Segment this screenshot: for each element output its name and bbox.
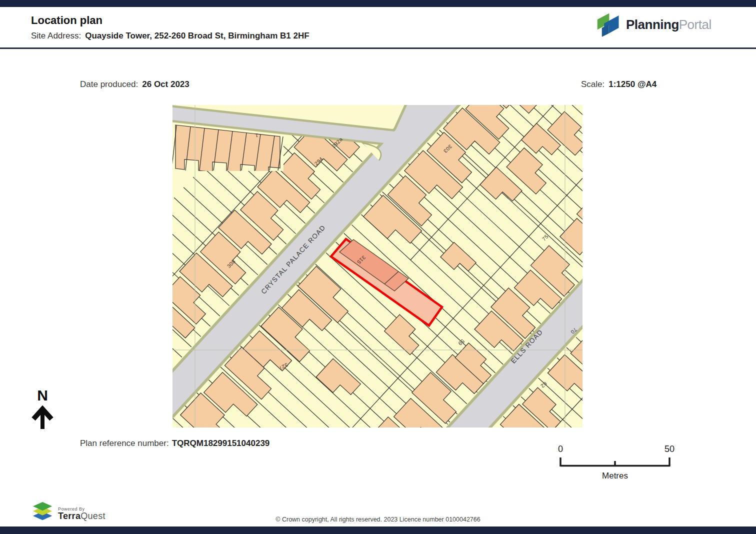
location-plan-page: Location plan Site Address:Quayside Towe… [0, 0, 756, 534]
scale-value: 1:1250 @A4 [608, 80, 656, 89]
parcel-number-label: 1 [255, 132, 258, 138]
copyright-notice: © Crown copyright, All rights reserved. … [0, 516, 756, 523]
north-arrow-icon [28, 403, 57, 431]
location-map: CRYSTAL PALACE ROADELLS ROAD1292a2943033… [172, 105, 582, 428]
top-navy-bar [0, 0, 756, 7]
plan-reference-value: TQRQM18299151040239 [172, 438, 270, 448]
scale-bar-end: 50 [662, 444, 677, 454]
header-divider [0, 48, 756, 49]
north-label: N [28, 388, 57, 403]
date-value: 26 Oct 2023 [142, 80, 190, 89]
planning-portal-logo-text: PlanningPortal [626, 17, 712, 32]
logo-text-portal: Portal [679, 17, 712, 32]
scale-bar-bracket [548, 456, 682, 469]
date-label: Date produced: [80, 80, 138, 89]
north-indicator: N [28, 388, 57, 434]
page-title: Location plan [31, 14, 102, 27]
site-address-label: Site Address: [31, 31, 81, 40]
date-produced: Date produced:26 Oct 2023 [80, 80, 190, 90]
plan-reference-label: Plan reference number: [80, 438, 169, 448]
plan-reference: Plan reference number:TQRQM1829915104023… [80, 438, 270, 448]
map-scale: Scale:1:1250 @A4 [581, 80, 656, 90]
scale-label: Scale: [581, 80, 604, 89]
planning-portal-logo-icon [594, 11, 621, 38]
site-address-line: Site Address:Quayside Tower, 252-260 Bro… [31, 31, 310, 41]
map-canvas: CRYSTAL PALACE ROADELLS ROAD1292a2943033… [172, 105, 582, 428]
logo-text-planning: Planning [626, 17, 679, 32]
planning-portal-logo: PlanningPortal [594, 11, 712, 38]
scale-bar: 0 50 Metres [548, 444, 682, 484]
scale-bar-unit: Metres [592, 471, 638, 481]
site-address-value: Quayside Tower, 252-260 Broad St, Birmin… [85, 31, 309, 40]
scale-bar-start: 0 [554, 444, 566, 454]
bottom-navy-bar [0, 526, 756, 534]
